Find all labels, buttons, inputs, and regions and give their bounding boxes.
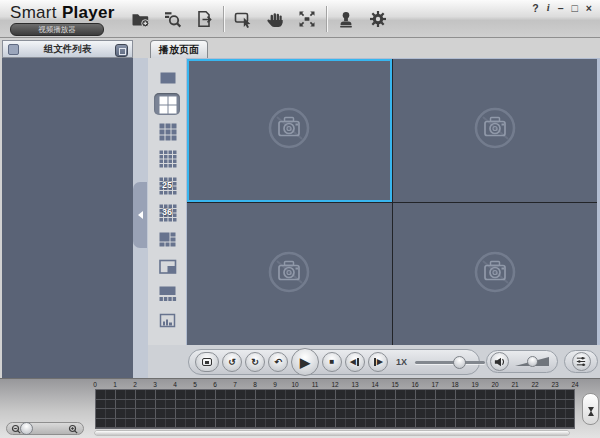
- help-button[interactable]: ?: [532, 2, 538, 14]
- prev-frame-icon: ◀: [350, 358, 356, 366]
- split-custom[interactable]: [154, 309, 180, 331]
- frame-bar: [357, 358, 359, 366]
- split-big-top[interactable]: [154, 282, 180, 304]
- group-file-list[interactable]: [2, 58, 133, 378]
- hour-label: 17: [431, 381, 438, 388]
- select-tool-button[interactable]: [227, 4, 259, 34]
- frame-bar: [374, 358, 376, 366]
- magnifier-plus-icon[interactable]: [68, 424, 79, 435]
- video-pane-1[interactable]: [187, 59, 392, 202]
- watermark-verify-button[interactable]: [330, 4, 362, 34]
- hour-label: 7: [233, 381, 237, 388]
- hour-label: 21: [511, 381, 518, 388]
- app-title-player: Player: [62, 3, 115, 22]
- hour-label: 10: [291, 381, 298, 388]
- loop-play-button[interactable]: ↺: [222, 352, 242, 372]
- split-16[interactable]: [154, 147, 180, 169]
- layout-toolbar: 2536: [148, 58, 186, 345]
- split-9[interactable]: [154, 120, 180, 142]
- hour-label: 15: [391, 381, 398, 388]
- collapse-list-button[interactable]: [115, 44, 128, 57]
- split-36[interactable]: 36: [154, 201, 180, 223]
- checkbox[interactable]: [8, 44, 19, 55]
- replay-button[interactable]: ↶: [268, 352, 288, 372]
- sidebar-header: 组文件列表: [2, 40, 133, 58]
- export-file-button[interactable]: [188, 4, 220, 34]
- split-4[interactable]: [154, 93, 180, 115]
- hour-label: 22: [531, 381, 538, 388]
- speed-slider-track: [415, 361, 485, 364]
- stamp-icon: [336, 9, 356, 29]
- split-1[interactable]: [154, 66, 180, 88]
- scroll-down-button[interactable]: [588, 412, 594, 430]
- split-big-corner[interactable]: [154, 255, 180, 277]
- search-files-button[interactable]: [156, 4, 188, 34]
- hour-label: 18: [451, 381, 458, 388]
- adjust-settings-button[interactable]: [572, 352, 591, 371]
- equalizer-icon: [574, 354, 588, 369]
- volume-group: [486, 350, 558, 373]
- speed-slider-thumb[interactable]: [453, 356, 466, 369]
- no-video-camera-icon: [266, 249, 312, 299]
- hour-label: 6: [213, 381, 217, 388]
- no-video-camera-icon: [266, 105, 312, 155]
- fullscreen-video-icon: [202, 358, 212, 366]
- hour-label: 4: [173, 381, 177, 388]
- video-pane-2[interactable]: [393, 59, 598, 202]
- play-button[interactable]: ▶: [291, 348, 319, 376]
- stop-icon: ■: [330, 358, 335, 366]
- file-export-icon: [194, 9, 214, 29]
- stop-button[interactable]: ■: [322, 352, 342, 372]
- timeline-zoom-thumb[interactable]: [20, 422, 33, 435]
- timeline-panel: 0123456789101112131415161718192021222324: [0, 378, 600, 438]
- hour-label: 19: [471, 381, 478, 388]
- fullscreen-video-button[interactable]: [195, 352, 219, 372]
- split-25-label: 25: [154, 174, 180, 196]
- sync-play-button[interactable]: ↻: [245, 352, 265, 372]
- open-folder-button[interactable]: [124, 4, 156, 34]
- hour-label: 2: [133, 381, 137, 388]
- hour-label: 24: [571, 381, 578, 388]
- main-toolbar: [124, 4, 394, 34]
- file-search-icon: [162, 9, 182, 29]
- app-logo: Smart Player 视频播放器: [10, 3, 115, 36]
- speed-slider[interactable]: [413, 352, 487, 372]
- hand-icon: [265, 9, 285, 29]
- info-button[interactable]: i: [547, 2, 550, 14]
- split-big-left[interactable]: [154, 228, 180, 250]
- window-controls: ? i – □ ×: [532, 2, 592, 14]
- tab-playback-page[interactable]: 播放页面: [150, 40, 208, 58]
- timeline-horizontal-scrollbar[interactable]: [95, 431, 569, 435]
- hour-label: 20: [491, 381, 498, 388]
- close-button[interactable]: ×: [586, 2, 592, 14]
- maximize-button[interactable]: □: [572, 2, 578, 14]
- settings-button[interactable]: [362, 4, 394, 34]
- hour-label: 16: [411, 381, 418, 388]
- sidebar-collapse-handle[interactable]: [133, 182, 147, 248]
- prev-frame-button[interactable]: ◀: [345, 352, 365, 372]
- playback-button-group: ↺ ↻ ↶ ▶ ■ ◀ ▶ 1X: [188, 349, 480, 375]
- timeline-zoom-slider: [6, 422, 84, 435]
- loop-play-icon: ↺: [228, 358, 236, 367]
- gear-icon: [368, 9, 388, 29]
- mute-button[interactable]: [490, 352, 509, 371]
- next-frame-icon: ▶: [377, 358, 383, 366]
- pan-tool-button[interactable]: [259, 4, 291, 34]
- timeline-grid[interactable]: [95, 389, 575, 429]
- hour-label: 1: [113, 381, 117, 388]
- volume-slider-thumb[interactable]: [527, 356, 538, 367]
- stream-settings-group: [564, 350, 598, 373]
- cursor-select-icon: [233, 9, 253, 29]
- minimize-button[interactable]: –: [558, 2, 564, 14]
- folder-add-icon: [130, 9, 150, 29]
- no-video-camera-icon: [472, 249, 518, 299]
- scroll-down-icon: [588, 407, 594, 429]
- smart-player-window: Smart Player 视频播放器: [0, 0, 600, 438]
- split-25[interactable]: 25: [154, 174, 180, 196]
- video-pane-4[interactable]: [393, 203, 598, 346]
- volume-slider[interactable]: [509, 351, 551, 372]
- video-pane-3[interactable]: [187, 203, 392, 346]
- fullscreen-button[interactable]: [291, 4, 323, 34]
- next-frame-button[interactable]: ▶: [368, 352, 388, 372]
- speed-label: 1X: [396, 357, 407, 367]
